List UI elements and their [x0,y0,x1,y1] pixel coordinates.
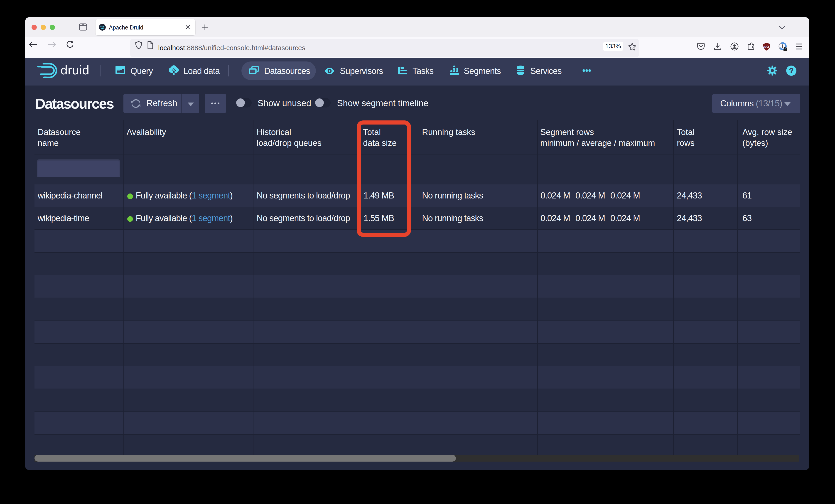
svg-text:?: ? [789,66,793,75]
svg-text:uO: uO [765,45,769,48]
